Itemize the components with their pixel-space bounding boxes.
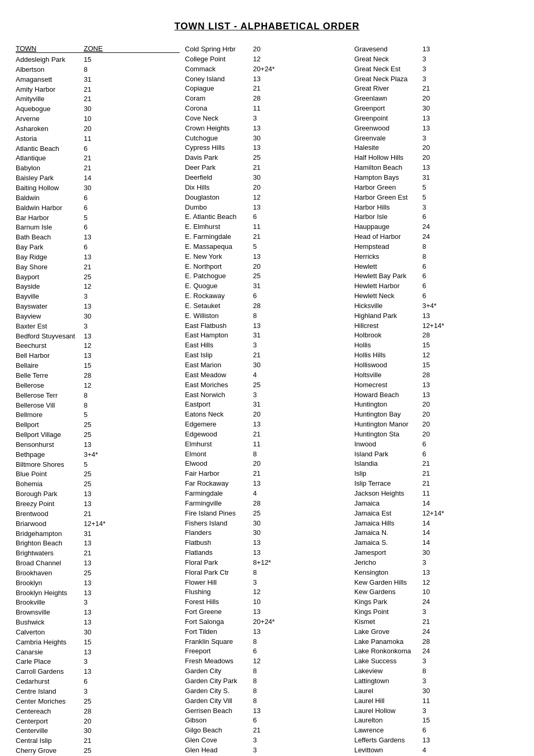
table-row: Half Hollow Hills20 xyxy=(354,153,518,163)
town-zone: 20 xyxy=(253,45,260,54)
table-row: Glen Head3 xyxy=(185,746,349,755)
town-zone: 21 xyxy=(253,350,260,360)
town-zone: 3 xyxy=(253,736,257,746)
town-zone: 3 xyxy=(253,114,257,124)
town-zone: 28 xyxy=(253,94,260,104)
town-name: Brentwood xyxy=(16,509,84,519)
table-row: Highland Park13 xyxy=(354,311,518,321)
town-zone: 14 xyxy=(422,499,430,509)
town-zone: 28 xyxy=(84,371,91,381)
town-name: Bayview xyxy=(16,312,84,322)
town-name: Cambria Heights xyxy=(16,638,84,648)
town-name: Borough Park xyxy=(16,489,84,499)
town-zone: 8 xyxy=(84,65,87,75)
town-name: E. Rockaway xyxy=(185,291,253,301)
town-zone: 13 xyxy=(84,499,91,509)
town-name: Hewlett Harbor xyxy=(354,281,422,291)
town-name: Eastport xyxy=(185,400,253,410)
table-row: Howard Beach13 xyxy=(354,390,518,400)
table-row: Garden City S.8 xyxy=(185,686,349,696)
table-row: Brookhaven25 xyxy=(16,568,180,578)
town-zone: 13 xyxy=(253,143,260,153)
town-zone: 3 xyxy=(84,322,87,332)
town-zone: 12 xyxy=(422,350,430,360)
town-name: Hewlett xyxy=(354,262,422,272)
town-zone: 21 xyxy=(422,459,430,469)
town-zone: 20 xyxy=(84,717,91,727)
town-name: Bellerose Terr xyxy=(16,391,84,401)
town-zone: 13 xyxy=(253,627,260,637)
town-name: Laurel xyxy=(354,686,422,696)
town-zone: 12+14* xyxy=(84,519,106,529)
table-row: Hewlett Harbor6 xyxy=(354,281,518,291)
town-zone: 31 xyxy=(84,75,91,85)
town-zone: 8 xyxy=(253,568,257,578)
table-row: Jamaica Est12+14* xyxy=(354,509,518,519)
table-row: Commack20+24* xyxy=(185,64,349,74)
town-zone: 15 xyxy=(84,638,91,648)
town-zone: 4 xyxy=(253,370,257,380)
table-row: East Hills3 xyxy=(185,341,349,350)
town-name: Laurel Hollow xyxy=(354,706,422,716)
town-name: Franklin Square xyxy=(185,637,253,647)
town-zone: 13 xyxy=(84,332,91,342)
town-zone: 3+4* xyxy=(84,450,98,460)
town-zone: 30 xyxy=(84,104,91,114)
table-row: Eatons Neck20 xyxy=(185,410,349,420)
table-row: Brownsville13 xyxy=(16,608,180,618)
table-row: Bayside12 xyxy=(16,282,180,292)
table-row: Carroll Gardens13 xyxy=(16,667,180,677)
town-name: E. Elmhurst xyxy=(185,222,253,232)
table-row: Davis Park25 xyxy=(185,153,349,163)
town-name: Kismet xyxy=(354,617,422,627)
table-row: Aquebogue30 xyxy=(16,104,180,114)
town-name: Bellerose xyxy=(16,381,84,391)
town-zone: 13 xyxy=(84,351,91,361)
table-row: Eastport31 xyxy=(185,400,349,410)
town-name: Great River xyxy=(354,84,422,94)
town-name: Bayport xyxy=(16,272,84,282)
table-row: Fair Harbor21 xyxy=(185,469,349,479)
town-zone: 8 xyxy=(422,666,426,676)
town-name: E. Farmingdale xyxy=(185,232,253,242)
town-name: Beechurst xyxy=(16,341,84,351)
town-zone: 13 xyxy=(84,588,91,598)
table-row: Centre Island3 xyxy=(16,687,180,697)
table-row: Lawrence6 xyxy=(354,726,518,736)
town-name: Harbor Isle xyxy=(354,212,422,222)
table-row: Laurel30 xyxy=(354,686,518,696)
town-zone: 20 xyxy=(422,410,430,420)
town-zone: 8 xyxy=(253,450,257,459)
table-row: Elmhurst11 xyxy=(185,440,349,450)
town-name: Hollis xyxy=(354,341,422,350)
town-name: Deerfield xyxy=(185,173,253,183)
town-zone: 3 xyxy=(422,54,426,64)
town-name: Lake Grove xyxy=(354,627,422,637)
table-row: Bedford Stuyvesant13 xyxy=(16,332,180,342)
town-zone: 25 xyxy=(84,746,91,756)
table-row: Deerfield30 xyxy=(185,173,349,183)
table-row: Hillcrest12+14* xyxy=(354,321,518,331)
town-zone: 4 xyxy=(422,746,426,755)
table-row: Douglaston12 xyxy=(185,193,349,203)
town-name: Bridgehampton xyxy=(16,529,84,539)
town-name: Great Neck xyxy=(354,54,422,64)
town-zone: 13 xyxy=(422,390,430,400)
town-name: Bayville xyxy=(16,292,84,302)
town-zone: 3+4* xyxy=(422,301,437,311)
town-zone: 13 xyxy=(253,479,260,489)
town-name: Center Moriches xyxy=(16,697,84,707)
town-name: Bell Harbor xyxy=(16,351,84,361)
town-name: Harbor Hills xyxy=(354,203,422,213)
town-zone: 13 xyxy=(422,114,430,124)
table-row: Laurelton15 xyxy=(354,716,518,726)
town-zone: 12 xyxy=(253,656,260,666)
town-zone: 25 xyxy=(253,509,260,519)
town-name: Halesite xyxy=(354,143,422,153)
table-row: Kensington13 xyxy=(354,568,518,578)
town-zone: 8 xyxy=(253,696,257,706)
town-name: Half Hollow Hills xyxy=(354,153,422,163)
table-row: Huntington Sta20 xyxy=(354,430,518,440)
town-zone: 13 xyxy=(422,736,430,746)
town-name: E. Atlantic Beach xyxy=(185,212,253,222)
